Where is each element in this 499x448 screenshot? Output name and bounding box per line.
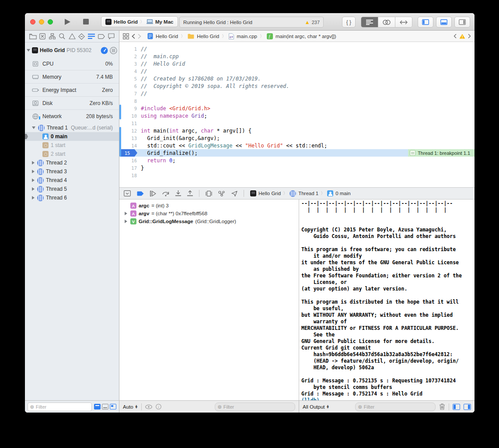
line-number[interactable]: 1 [119,46,141,52]
test-navigator-icon[interactable] [77,32,86,41]
variable-row[interactable]: VGrid::GridLogMessage(Grid::GridLogger) [119,217,299,225]
close-button[interactable] [30,19,35,24]
crumb-frame[interactable]: 0 main [335,191,351,196]
variable-row[interactable]: Aargv= (char **) 0x7ffeefbff568 [119,210,299,217]
line-number[interactable]: 9 [119,106,141,111]
clear-console-button[interactable] [439,403,445,410]
gauge-row[interactable]: DiskZero KB/s [25,96,119,109]
thread-row[interactable]: Thread 3 [25,167,119,176]
view-process-by-queue-icon[interactable] [110,47,117,54]
variable-row[interactable]: Aargc= (int) 3 [119,202,299,210]
variables-filter-field[interactable]: ◍ Filter [215,402,295,411]
code-line[interactable]: 9#include <Grid/Grid.h> [119,105,475,112]
console-filter-field[interactable]: ◍ Filter [355,402,436,411]
related-items-icon[interactable] [123,33,129,39]
forward-button[interactable] [138,34,141,39]
show-variables-view-button[interactable] [453,404,460,410]
next-issue-button[interactable] [468,34,471,38]
gauge-row[interactable]: CPU0% [25,57,119,70]
disclosure-icon[interactable] [32,178,35,182]
minimize-button[interactable] [39,19,44,24]
code-line[interactable]: 12int main(int argc, char * argv[]) { [119,127,475,134]
crumb-project[interactable]: Hello Grid [156,34,178,39]
code-line[interactable]: 13 Grid_init(&argc,&argv); [119,134,475,142]
code-line[interactable]: 4// [119,67,475,75]
code-line[interactable]: 1// [119,45,475,52]
line-number[interactable]: 8 [119,98,141,104]
breakpoint-navigator-icon[interactable] [97,32,106,41]
debug-area-toggle-button[interactable] [436,17,452,28]
zoom-button[interactable] [48,19,53,24]
breakpoint-marker[interactable]: 15 [120,149,137,157]
disclosure-icon[interactable] [32,126,35,129]
line-number[interactable]: 2 [119,54,141,59]
activity-viewer[interactable]: Running Hello Grid : Hello Grid ▲ 237 [179,17,324,28]
continue-button[interactable] [150,191,156,196]
find-navigator-icon[interactable] [58,32,66,41]
line-number[interactable]: 4 [119,69,141,74]
code-line[interactable]: 8 [119,97,475,105]
code-line[interactable]: 11 [119,119,475,127]
line-number[interactable]: 14 [119,143,141,148]
issue-navigator-icon[interactable] [68,32,77,41]
previous-issue-button[interactable] [454,34,457,38]
line-number[interactable]: 10 [119,113,141,119]
source-editor[interactable]: 1//2// main.cpp3// Hello Grid4//5// Crea… [119,42,475,187]
line-number[interactable]: 17 [119,165,141,171]
line-number[interactable]: 11 [119,121,141,126]
thread-row[interactable]: Thread 6 [25,193,119,202]
navigator-toggle-button[interactable] [418,17,433,28]
line-number[interactable]: 18 [119,173,141,178]
scope-selector[interactable]: Auto▲▼ [123,404,138,410]
back-button[interactable] [132,34,135,39]
report-navigator-icon[interactable] [107,32,115,41]
code-line[interactable]: 14 std::cout << GridLogMessage << "Hello… [119,142,475,149]
debug-navigator-icon[interactable] [87,32,96,41]
step-over-button[interactable] [162,191,169,196]
navigator-filter-field[interactable]: ◍ Filter [28,402,92,411]
stack-frame-row[interactable]: 0 main [25,132,119,141]
run-button[interactable] [64,18,71,25]
scheme-selector[interactable]: Hello Grid 〉 My Mac [101,16,178,27]
process-row[interactable]: Hello Grid PID 55302 [25,45,119,56]
line-number[interactable]: 16 [119,158,141,163]
disclosure-icon[interactable] [32,187,35,191]
output-selector[interactable]: All Output▲▼ [303,404,329,410]
code-line[interactable]: 7// [119,90,475,97]
disclosure-icon[interactable] [32,170,35,173]
stack-frame-row[interactable]: 1 start [25,141,119,150]
simulate-location-button[interactable] [231,191,237,196]
code-line[interactable]: 18 [119,172,475,179]
disclosure-icon[interactable] [32,161,35,164]
disclosure-icon[interactable] [125,212,127,215]
profile-in-instruments-icon[interactable] [101,47,108,54]
thread-row[interactable]: Thread 5 [25,185,119,193]
gauge-row[interactable]: Memory7.4 MB [25,70,119,83]
library-button[interactable]: { } [342,17,356,28]
line-number[interactable]: 3 [119,61,141,66]
thread-row[interactable]: Thread 1Queue:...d (serial) [25,123,119,132]
memory-graph-button[interactable] [218,191,225,196]
thread-row[interactable]: Thread 4 [25,176,119,185]
crumb-process[interactable]: Hello Grid [258,191,281,196]
line-number[interactable]: 6 [119,84,141,89]
line-number[interactable]: 7 [119,91,141,96]
running-blocks-icon[interactable] [102,404,108,410]
breakpoints-enabled-button[interactable] [137,191,144,196]
view-ui-icon[interactable] [110,404,116,410]
quick-look-icon[interactable] [145,405,152,409]
symbol-navigator-icon[interactable] [48,32,57,41]
version-editor-button[interactable] [395,17,412,27]
disclosure-icon[interactable] [125,220,127,223]
crumb-thread[interactable]: Thread 1 [298,191,318,196]
line-number[interactable]: 5 [119,76,141,81]
debug-view-hierarchy-button[interactable] [206,191,212,196]
code-line[interactable]: 6// Copyright © 2019 sopa. All rights re… [119,82,475,90]
assistant-editor-button[interactable] [378,17,395,27]
hide-debug-area-button[interactable] [124,190,131,196]
step-into-button[interactable] [175,190,181,196]
code-line[interactable]: 16 return 0; [119,157,475,164]
line-number[interactable]: 12 [119,128,141,133]
disclosure-icon[interactable] [32,196,35,200]
crumb-group[interactable]: Hello Grid [197,34,219,39]
